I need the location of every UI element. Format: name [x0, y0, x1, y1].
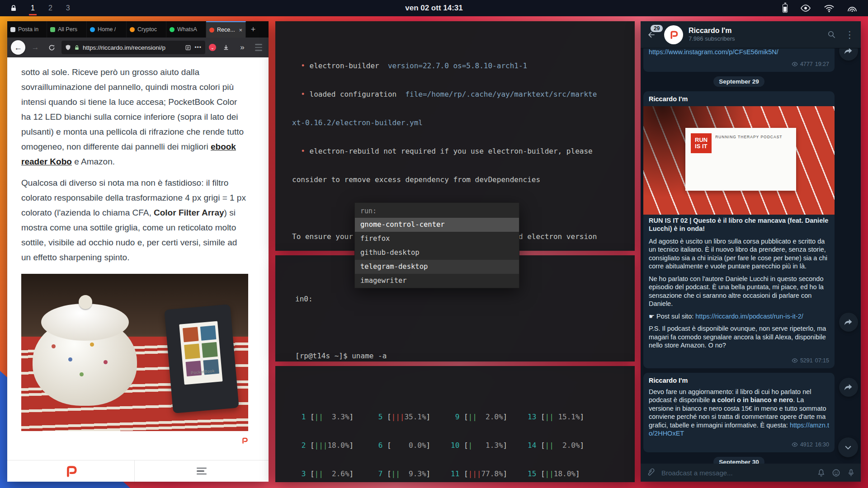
clock: ven 02 ott 14:31	[0, 4, 868, 13]
message-input[interactable]: Broadcast a message...	[661, 469, 811, 477]
reload-button[interactable]	[45, 41, 58, 54]
tab-mail[interactable]: Posta in	[7, 21, 47, 38]
tab-twitter-home[interactable]: Home /	[87, 21, 127, 38]
message-text: RUN IS IT 02 | Questo è il libro che man…	[643, 215, 835, 357]
run-item-firefox[interactable]: firefox	[355, 232, 519, 246]
ereader-screen: PocketBook	[179, 321, 223, 385]
attachment-icon[interactable]	[646, 468, 655, 477]
terminal-line: [rp@t14s ~]$ uname -a	[295, 351, 626, 361]
header-actions: ⋮	[827, 29, 854, 40]
whatsapp-favicon	[170, 27, 175, 32]
instagram-link[interactable]: https://www.instagram.com/p/CFsE56mik5N/	[649, 48, 778, 56]
overflow-chevrons-icon[interactable]: »	[236, 41, 249, 54]
terminal-line: • electron-builder version=22.7.0 os=5.8…	[292, 61, 624, 70]
app-menu-icon[interactable]	[252, 41, 265, 54]
views-eye-icon	[792, 62, 798, 66]
message-composer: Broadcast a message...	[641, 464, 861, 482]
cpu-meter: 3 [|| 2.6%]	[297, 469, 374, 479]
views-eye-icon	[792, 442, 798, 447]
book-cover	[202, 342, 217, 357]
podcast-link[interactable]: https://riccardo.im/podcast/run-is-it-2/	[695, 313, 803, 320]
tab-all-pers[interactable]: All Pers	[47, 21, 87, 38]
search-icon[interactable]	[827, 30, 836, 39]
book-cover	[183, 327, 198, 342]
wifi-icon[interactable]	[824, 4, 835, 12]
close-tab-icon[interactable]: ×	[239, 27, 242, 33]
pocket-icon[interactable]: ⌄	[209, 44, 216, 51]
url-bar[interactable]: https://riccardo.im/recensioni/p •••	[61, 41, 205, 54]
article-content: sotto al sole. Riceve però un grosso aiu…	[7, 57, 269, 460]
back-button[interactable]: 29	[647, 29, 659, 41]
tab-recensioni-active[interactable]: Rece... ×	[206, 21, 246, 38]
share-button[interactable]	[839, 48, 858, 61]
terminal-line: • electron-rebuild not required if you u…	[292, 146, 624, 156]
channel-avatar[interactable]	[664, 25, 683, 44]
run-item-imagewriter[interactable]: imagewriter	[355, 274, 519, 288]
run-item-telegram-desktop[interactable]: telegram-desktop	[355, 260, 519, 274]
view-count: 5291	[800, 357, 813, 365]
https-lock-icon[interactable]	[74, 45, 80, 51]
terminal-window-htop[interactable]: 1 [|| 3.3%] 5 [|||35.1%] 9 [|| 2.0%] 13 …	[275, 366, 635, 482]
telegram-header[interactable]: 29 Riccardo I'm 7.986 subscribers ⋮	[641, 21, 861, 48]
run-launcher: run: gnome-control-center firefox github…	[354, 202, 519, 288]
back-button[interactable]: ←	[11, 40, 25, 55]
cpu-meter: 9 [|| 2.0%]	[451, 412, 528, 422]
new-tab-button[interactable]: +	[246, 21, 260, 38]
download-icon[interactable]	[220, 41, 232, 54]
channel-name: Riccardo I'm	[689, 26, 735, 35]
page-actions-icon[interactable]: •••	[194, 44, 202, 51]
run-item-github-desktop[interactable]: github-desktop	[355, 246, 519, 260]
run-prompt[interactable]: run:	[355, 203, 519, 218]
footer-menu-button[interactable]	[135, 460, 269, 482]
article-paragraph: Qualcosa di diverso si nota ma non è fas…	[21, 175, 248, 265]
eye-icon[interactable]	[800, 5, 811, 12]
date-separator[interactable]: September 29	[713, 76, 764, 87]
tab-label: Cryptoc	[137, 26, 157, 33]
telegram-window: 29 Riccardo I'm 7.986 subscribers ⋮ http…	[641, 21, 861, 482]
sender-name[interactable]: Riccardo I'm	[643, 373, 835, 386]
microphone-icon[interactable]	[847, 469, 855, 477]
podcast-cover-image[interactable]: RUN IS IT RUNNING THERAPY PODCAST	[643, 106, 835, 215]
twitter-favicon	[90, 27, 95, 32]
article-photo-pocketbook: PocketBook	[21, 274, 248, 431]
footer-logo-cell[interactable]	[7, 460, 135, 482]
floral-dot	[68, 357, 72, 361]
forward-button[interactable]: →	[29, 41, 42, 54]
navigation-toolbar: ← → https://riccardo.im/recensioni/p •••…	[7, 38, 269, 57]
cpu-meter: 14 [|| 2.0%]	[528, 441, 604, 450]
message-podcast: Riccardo I'm RUN IS IT RUNNING THERAPY P…	[643, 91, 835, 368]
message-time: 07:15	[815, 357, 829, 365]
unread-badge: 29	[651, 25, 663, 32]
message-paragraph: ☛ Post sul sito: https://riccardo.im/pod…	[649, 312, 829, 321]
arcs-menu-icon[interactable]	[847, 5, 857, 12]
message-update: Riccardo I'm Devo fare un aggiornamento:…	[643, 373, 835, 452]
sender-name[interactable]: Riccardo I'm	[643, 91, 835, 104]
terminal-line: consider to remove excess dependency fro…	[292, 175, 624, 184]
battery-icon[interactable]	[783, 4, 788, 13]
bell-icon[interactable]	[817, 469, 826, 477]
bold-text: a colori o in bianco e nero	[712, 396, 793, 404]
device-brand-label: PocketBook	[183, 363, 223, 381]
cpu-meter: 7 [|| 9.3%]	[374, 469, 451, 479]
share-button[interactable]	[839, 313, 858, 332]
kebab-menu-icon[interactable]: ⋮	[845, 29, 854, 40]
tab-crypto[interactable]: Cryptoc	[127, 21, 166, 38]
cpu-meter: 15 [||18.0%]	[528, 469, 604, 479]
channel-info[interactable]: Riccardo I'm 7.986 subscribers	[689, 26, 735, 42]
mail-favicon	[10, 27, 15, 32]
cpu-meter: 6 [ 0.0%]	[374, 441, 451, 450]
emoji-icon[interactable]	[832, 469, 840, 477]
run-item-gnome-control-center[interactable]: gnome-control-center	[355, 218, 519, 232]
share-button[interactable]	[839, 378, 858, 397]
floral-dot	[80, 372, 84, 376]
tracking-shield-icon[interactable]	[65, 44, 71, 51]
riccardo-favicon	[209, 28, 214, 33]
paragraph-text: e Amazon.	[72, 157, 115, 166]
reader-view-icon[interactable]	[185, 45, 191, 51]
top-status-bar: 1 2 3 ven 02 ott 14:31	[0, 0, 868, 16]
terminal-line: xt-0.16.2/electron-builder.yml	[292, 118, 624, 127]
cover-card: RUN IS IT RUNNING THERAPY PODCAST	[685, 128, 796, 191]
tab-whatsapp[interactable]: WhatsA	[166, 21, 206, 38]
scroll-to-bottom-button[interactable]	[838, 437, 858, 457]
date-separator[interactable]: September 30	[713, 457, 764, 464]
